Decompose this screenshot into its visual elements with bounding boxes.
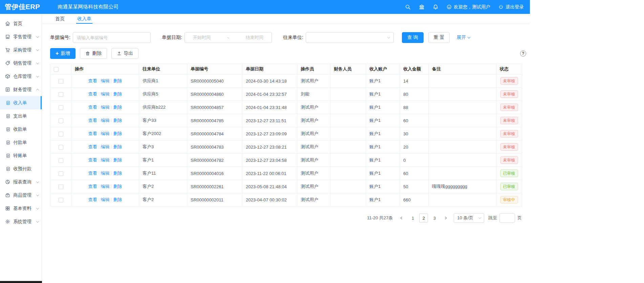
cell-amount: 14 (400, 74, 429, 88)
view-link[interactable]: 查看 (88, 157, 97, 162)
plus-icon: + (56, 51, 59, 56)
app-window: 管伊佳ERP 南通某某网络科技有限公司 欢迎您，测试用户 退出登录 首页零售管理… (0, 0, 530, 283)
view-link[interactable]: 查看 (88, 118, 97, 123)
sidebar-item-报表查询[interactable]: 报表查询 (0, 175, 42, 189)
sidebar-subitem-收预付款[interactable]: 收预付款 (0, 162, 42, 175)
sidebar-item-基本资料[interactable]: 基本资料 (0, 202, 42, 215)
delete-link[interactable]: 删除 (113, 131, 122, 136)
delete-link[interactable]: 删除 (113, 197, 122, 202)
bell-icon[interactable] (433, 4, 438, 10)
delete-link[interactable]: 删除 (113, 171, 122, 176)
cell-operation: 查看编辑删除 (71, 127, 139, 140)
tab-收入单[interactable]: 收入单 (77, 14, 91, 24)
delete-link[interactable]: 删除 (113, 157, 122, 162)
logout-button[interactable]: 退出登录 (498, 4, 524, 10)
row-checkbox[interactable] (59, 79, 63, 84)
edit-link[interactable]: 编辑 (101, 78, 110, 83)
expand-link[interactable]: 展开 (456, 35, 470, 41)
sidebar-subitem-收款单[interactable]: 收款单 (0, 123, 42, 136)
sidebar-item-财务管理[interactable]: 财务管理 (0, 83, 42, 96)
edit-link[interactable]: 编辑 (101, 144, 110, 149)
delete-link[interactable]: 删除 (113, 118, 122, 123)
action-separator (111, 158, 112, 162)
page-size-select[interactable]: 10 条/页 (454, 213, 484, 223)
sidebar-item-系统管理[interactable]: 系统管理 (0, 215, 42, 228)
sidebar-item-首页[interactable]: 首页 (0, 17, 42, 30)
select-all-checkbox[interactable] (54, 67, 59, 72)
row-checkbox[interactable] (59, 198, 63, 202)
sidebar-subitem-转账单[interactable]: 转账单 (0, 149, 42, 162)
delete-link[interactable]: 删除 (113, 91, 122, 96)
row-checkbox[interactable] (59, 132, 63, 136)
help-icon[interactable]: ? (520, 50, 526, 57)
edit-link[interactable]: 编辑 (101, 91, 110, 96)
tab-首页[interactable]: 首页 (55, 14, 65, 24)
chevron-right-icon (444, 217, 447, 219)
view-link[interactable]: 查看 (88, 105, 97, 110)
date-end-placeholder[interactable]: 结束时间 (246, 35, 263, 41)
row-checkbox[interactable] (59, 92, 63, 97)
sidebar-subitem-收入单[interactable]: 收入单 (0, 96, 42, 109)
page-button-1[interactable]: 1 (408, 214, 417, 222)
delete-button[interactable]: 删除 (80, 48, 107, 59)
edit-link[interactable]: 编辑 (101, 131, 110, 136)
bank-icon[interactable] (419, 4, 425, 10)
delete-link[interactable]: 删除 (113, 144, 122, 149)
next-page-button[interactable] (441, 213, 450, 223)
add-button[interactable]: + 新增 (50, 48, 76, 59)
cell-partner: 供应商5 (139, 88, 187, 101)
cell-operator: 测试用户 (297, 127, 330, 140)
row-checkbox[interactable] (59, 171, 63, 176)
view-link[interactable]: 查看 (88, 131, 97, 136)
search-button[interactable]: 查 询 (402, 32, 424, 43)
prev-page-button[interactable] (398, 213, 406, 223)
page-button-3[interactable]: 3 (430, 214, 439, 222)
cell-partner: 供应商1 (139, 74, 187, 88)
bill-no-input[interactable] (73, 32, 151, 43)
page-button-2[interactable]: 2 (419, 214, 428, 222)
view-link[interactable]: 查看 (88, 91, 97, 96)
status-badge: 未审核 (500, 77, 518, 85)
date-range-input[interactable]: 开始时间 ~ 结束时间 (185, 32, 272, 43)
row-checkbox[interactable] (59, 145, 63, 150)
row-checkbox[interactable] (59, 184, 63, 189)
sidebar-item-采购管理[interactable]: 采购管理 (0, 43, 42, 57)
view-link[interactable]: 查看 (88, 78, 97, 83)
welcome-user[interactable]: 欢迎您，测试用户 (447, 4, 490, 10)
status-badge: 未审核 (500, 143, 518, 151)
cell-operator: 测试用户 (297, 74, 330, 88)
view-link[interactable]: 查看 (88, 184, 97, 189)
search-icon[interactable] (405, 4, 411, 10)
edit-link[interactable]: 编辑 (101, 118, 110, 123)
row-checkbox[interactable] (59, 105, 63, 110)
sidebar-item-零售管理[interactable]: 零售管理 (0, 30, 42, 43)
delete-link[interactable]: 删除 (113, 105, 122, 110)
cell-operation: 查看编辑删除 (71, 88, 139, 101)
cell-partner: 客户1 (139, 154, 187, 167)
edit-link[interactable]: 编辑 (101, 184, 110, 189)
edit-link[interactable]: 编辑 (101, 197, 110, 202)
table-row: 查看编辑删除客户3SR000000047832023-12-27 23:08:2… (50, 140, 522, 154)
view-link[interactable]: 查看 (88, 144, 97, 149)
view-link[interactable]: 查看 (88, 197, 97, 202)
sidebar-item-商品管理[interactable]: 商品管理 (0, 189, 42, 202)
partner-select[interactable] (306, 32, 394, 43)
delete-link[interactable]: 删除 (113, 78, 122, 83)
row-checkbox[interactable] (59, 158, 63, 163)
sidebar-subitem-付款单[interactable]: 付款单 (0, 136, 42, 149)
edit-link[interactable]: 编辑 (101, 157, 110, 162)
edit-link[interactable]: 编辑 (101, 171, 110, 176)
sidebar-subitem-支出单[interactable]: 支出单 (0, 109, 42, 123)
delete-link[interactable]: 删除 (113, 184, 122, 189)
sidebar-item-销售管理[interactable]: 销售管理 (0, 57, 42, 70)
jump-page-input[interactable] (499, 213, 515, 223)
date-start-placeholder[interactable]: 开始时间 (193, 35, 211, 41)
doc-icon (6, 101, 10, 105)
export-button[interactable]: 导出 (111, 48, 138, 59)
sidebar-item-label: 基本资料 (13, 205, 31, 212)
reset-button[interactable]: 重 置 (428, 32, 450, 43)
sidebar-item-仓库管理[interactable]: 仓库管理 (0, 70, 42, 83)
edit-link[interactable]: 编辑 (101, 105, 110, 110)
view-link[interactable]: 查看 (88, 171, 97, 176)
row-checkbox[interactable] (59, 118, 63, 123)
